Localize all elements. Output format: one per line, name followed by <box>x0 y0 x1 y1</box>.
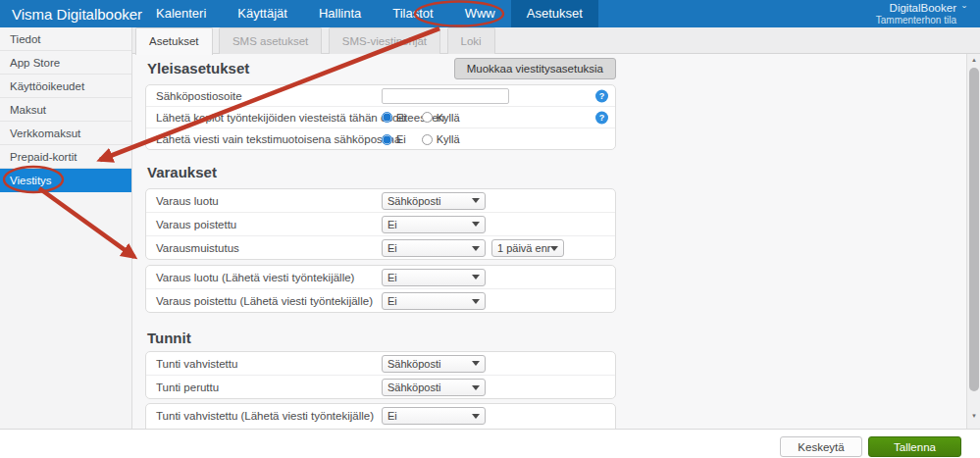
radio-option-kylla[interactable]: Kyllä <box>422 112 460 124</box>
scrollbar-down-icon[interactable]: ▼ <box>967 410 980 423</box>
radio-label: Kyllä <box>437 112 460 124</box>
dropdown-caret-icon <box>472 198 480 203</box>
row-label: Sähköpostiosoite <box>156 90 242 102</box>
nav-item-hallinta[interactable]: Hallinta <box>303 0 377 27</box>
plaintext-email-row: Lähetä viesti vain tekstimuotoisena sähk… <box>146 128 615 150</box>
sidebar-item-maksut[interactable]: Maksut <box>0 98 131 122</box>
tunnit-card: Tunti vahvistettu Sähköposti Tunti perut… <box>145 351 616 399</box>
dropdown-caret-icon <box>472 385 480 390</box>
nav-item-tilastot[interactable]: Tilastot <box>377 0 448 27</box>
app-window: Visma Digitalbooker Kalenteri Käyttäjät … <box>0 0 980 458</box>
tunti-peruttu-row: Tunti peruttu Sähköposti <box>146 376 615 399</box>
dropdown-caret-icon <box>472 361 480 366</box>
dropdown-value: Sähköposti <box>387 382 472 393</box>
help-icon[interactable]: ? <box>595 89 608 102</box>
tab-asetukset[interactable]: Asetukset <box>135 27 213 55</box>
radio-group: Ei Kyllä <box>382 112 476 124</box>
dropdown-value: Sähköposti <box>387 358 472 370</box>
varausmuistutus-timing-dropdown[interactable]: 1 päivä ennen <box>491 239 564 257</box>
section-title-yleisasetukset: Yleisasetukset <box>147 60 249 76</box>
dropdown-caret-icon <box>550 246 558 251</box>
account-name: DigitalBooker <box>876 2 956 15</box>
vertical-scrollbar[interactable]: ▲ ▼ <box>966 54 980 429</box>
varaus-poistettu-row: Varaus poistettu Ei <box>146 213 615 236</box>
row-label: Lähetä viesti vain tekstimuotoisena sähk… <box>156 133 400 145</box>
varaus-poistettu-tyontekija-dropdown[interactable]: Ei <box>382 292 486 310</box>
varaus-luotu-dropdown[interactable]: Sähköposti <box>382 192 486 210</box>
account-info: DigitalBooker Tammenterhon tila <box>876 2 956 25</box>
email-input[interactable] <box>382 88 509 104</box>
radio-label: Ei <box>396 112 406 124</box>
radio-option-ei[interactable]: Ei <box>382 112 406 124</box>
sidebar-item-app-store[interactable]: App Store <box>0 51 131 75</box>
radio-selected-icon <box>382 134 392 145</box>
varaus-luotu-tyontekija-dropdown[interactable]: Ei <box>382 269 486 286</box>
nav-item-asetukset[interactable]: Asetukset <box>511 0 598 27</box>
top-navigation-bar: Visma Digitalbooker Kalenteri Käyttäjät … <box>0 0 980 27</box>
cancel-button[interactable]: Keskeytä <box>780 436 862 457</box>
scrollbar-up-icon[interactable]: ▲ <box>967 54 980 67</box>
dropdown-caret-icon <box>472 246 480 251</box>
varaus-luotu-row: Varaus luotu Sähköposti <box>146 189 615 213</box>
app-logo: Visma Digitalbooker <box>0 6 132 23</box>
section-title-tunnit: Tunnit <box>147 330 191 346</box>
radio-label: Ei <box>396 133 406 145</box>
general-settings-card: Sähköpostiosoite ? Lähetä kopiot työntek… <box>145 84 616 150</box>
tunti-peruttu-dropdown[interactable]: Sähköposti <box>382 379 486 396</box>
nav-item-kalenteri[interactable]: Kalenteri <box>140 0 222 27</box>
nav-item-www[interactable]: Www <box>449 0 511 27</box>
settings-sidebar: Tiedot App Store Käyttöoikeudet Maksut V… <box>0 27 132 429</box>
varausmuistutus-dropdown[interactable]: Ei <box>382 239 486 257</box>
email-address-row: Sähköpostiosoite ? <box>146 85 615 107</box>
radio-option-kylla[interactable]: Kyllä <box>422 133 460 145</box>
sidebar-item-viestitys[interactable]: Viestitys <box>0 169 131 192</box>
radio-unselected-icon <box>422 134 433 145</box>
row-label: Varaus poistettu (Lähetä viesti työnteki… <box>156 295 373 307</box>
chevron-down-icon: ˇ <box>962 5 966 19</box>
main-menu: Kalenteri Käyttäjät Hallinta Tilastot Ww… <box>140 0 598 27</box>
tunti-vahvistettu-dropdown[interactable]: Sähköposti <box>382 355 486 373</box>
radio-selected-icon <box>382 112 392 123</box>
row-label: Varaus luotu <box>156 195 219 207</box>
dropdown-value: Sähköposti <box>387 195 472 207</box>
dropdown-caret-icon <box>472 222 480 227</box>
nav-item-kayttajat[interactable]: Käyttäjät <box>222 0 303 27</box>
tab-sms-viestipohjat[interactable]: SMS-viestipohjat <box>329 27 440 54</box>
tab-loki[interactable]: Loki <box>447 27 495 54</box>
scrollbar-thumb[interactable] <box>969 68 979 391</box>
row-label: Varausmuistutus <box>156 242 239 254</box>
row-label: Varaus poistettu <box>156 219 236 230</box>
sidebar-item-kayttooikeudet[interactable]: Käyttöoikeudet <box>0 75 131 98</box>
radio-unselected-icon <box>422 112 433 123</box>
tab-sms-asetukset[interactable]: SMS asetukset <box>219 27 322 54</box>
tunti-vahvistettu-tyontekija-row: Tunti vahvistettu (Lähetä viesti työntek… <box>146 404 615 428</box>
settings-content: Yleisasetukset Muokkaa viestitysasetuksi… <box>132 54 980 429</box>
edit-messaging-settings-button[interactable]: Muokkaa viestitysasetuksia <box>454 58 616 79</box>
dropdown-caret-icon <box>472 275 480 280</box>
action-bar: Keskeytä Tallenna <box>0 429 980 458</box>
sidebar-item-prepaid-kortit[interactable]: Prepaid-kortit <box>0 145 131 169</box>
dropdown-caret-icon <box>472 299 480 304</box>
save-button[interactable]: Tallenna <box>868 436 961 457</box>
account-switcher[interactable]: DigitalBooker Tammenterhon tila ˇ <box>876 0 966 27</box>
copy-messages-row: Lähetä kopiot työntekijöiden viesteistä … <box>146 107 615 128</box>
row-label: Varaus luotu (Lähetä viesti työntekijäll… <box>156 272 354 283</box>
tunti-vahvistettu-tyontekija-dropdown[interactable]: Ei <box>382 407 486 425</box>
section-title-varaukset: Varaukset <box>147 164 217 180</box>
varaus-poistettu-dropdown[interactable]: Ei <box>382 216 486 233</box>
sidebar-item-verkkomaksut[interactable]: Verkkomaksut <box>0 122 131 145</box>
radio-label: Kyllä <box>437 133 460 145</box>
tunnit-employee-card: Tunti vahvistettu (Lähetä viesti työntek… <box>145 403 616 429</box>
dropdown-caret-icon <box>472 414 480 419</box>
tunti-vahvistettu-row: Tunti vahvistettu Sähköposti <box>146 352 615 376</box>
dropdown-value: Ei <box>387 242 472 254</box>
radio-option-ei[interactable]: Ei <box>382 133 406 145</box>
help-icon[interactable]: ? <box>595 111 608 124</box>
varaus-luotu-tyontekija-row: Varaus luotu (Lähetä viesti työntekijäll… <box>146 266 615 289</box>
varaus-poistettu-tyontekija-row: Varaus poistettu (Lähetä viesti työnteki… <box>146 289 615 313</box>
dropdown-value: Ei <box>387 272 472 283</box>
row-label: Tunti peruttu <box>156 382 219 393</box>
sidebar-item-tiedot[interactable]: Tiedot <box>0 27 131 51</box>
dropdown-value: Ei <box>387 295 472 307</box>
account-unit: Tammenterhon tila <box>876 15 956 25</box>
